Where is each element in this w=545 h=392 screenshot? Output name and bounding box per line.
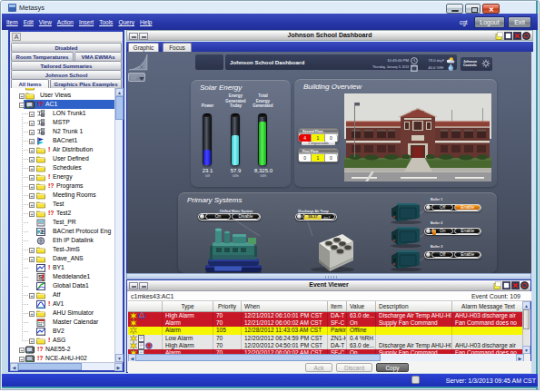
svg-text:S: S [38, 273, 43, 281]
svg-text:E: E [41, 229, 45, 235]
